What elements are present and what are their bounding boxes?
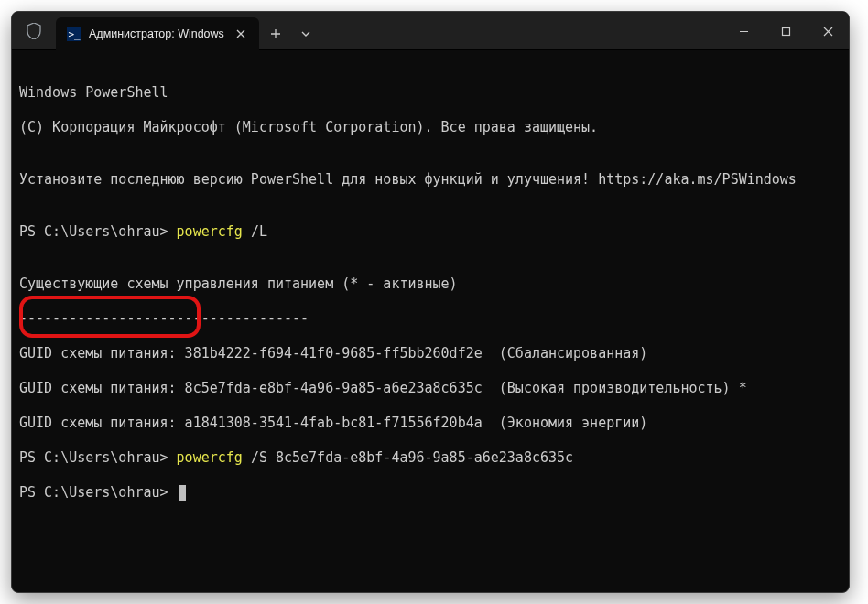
prompt-line: PS C:\Users\ohrau> powercfg /L [19,223,841,241]
output-line: GUID схемы питания: 8c5e7fda-e8bf-4a96-9… [19,380,841,397]
tab-title: Администратор: Windows Po [89,27,224,40]
prompt-prefix: PS C:\Users\ohrau> [19,223,177,240]
tab-close-button[interactable] [232,25,250,43]
command-arg: /S 8c5e7fda-e8bf-4a96-9a85-a6e23a8c635c [251,449,573,466]
active-tab[interactable]: >_ Администратор: Windows Po [56,17,259,50]
output-line: ----------------------------------- [19,310,841,328]
command-text: powercfg [177,449,251,466]
admin-shield-icon [12,12,56,49]
terminal-window: >_ Администратор: Windows Po Windows Pow… [11,11,850,593]
prompt-line: PS C:\Users\ohrau> [19,484,841,502]
text-cursor [179,485,186,501]
maximize-button[interactable] [765,12,807,50]
output-line: Windows PowerShell [19,84,841,102]
tab-dropdown-button[interactable] [292,17,320,50]
window-close-button[interactable] [807,12,849,50]
titlebar[interactable]: >_ Администратор: Windows Po [12,12,849,50]
command-arg: /L [251,223,267,240]
new-tab-button[interactable] [259,17,292,50]
output-line: GUID схемы питания: 381b4222-f694-41f0-9… [19,345,841,362]
command-text: powercfg [177,223,251,240]
svg-rect-0 [782,27,789,35]
powershell-icon: >_ [67,27,81,41]
prompt-line: PS C:\Users\ohrau> powercfg /S 8c5e7fda-… [19,449,841,467]
output-line: Установите последнюю версию PowerShell д… [19,171,841,189]
output-line: (C) Корпорация Майкрософт (Microsoft Cor… [19,119,841,136]
titlebar-drag-area[interactable] [320,12,722,49]
prompt-prefix: PS C:\Users\ohrau> [19,449,177,466]
terminal-output[interactable]: Windows PowerShell (C) Корпорация Майкро… [12,50,849,592]
output-line: GUID схемы питания: a1841308-3541-4fab-b… [19,415,841,432]
output-line: Существующие схемы управления питанием (… [19,275,841,293]
prompt-prefix: PS C:\Users\ohrau> [19,484,177,501]
window-controls [722,12,849,49]
minimize-button[interactable] [722,12,765,50]
